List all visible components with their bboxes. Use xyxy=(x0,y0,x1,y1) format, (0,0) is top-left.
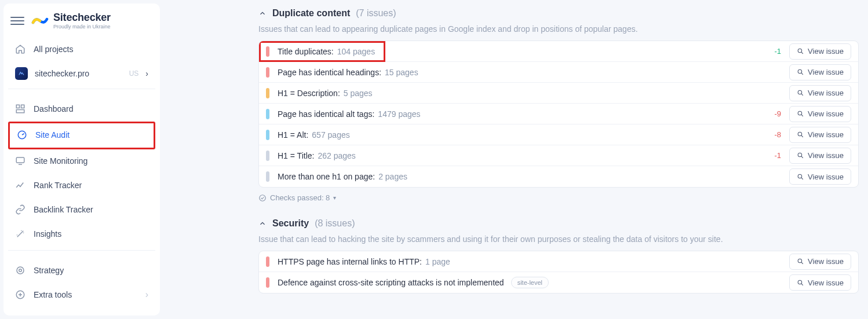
svg-point-6 xyxy=(19,269,22,272)
magic-icon xyxy=(15,229,25,239)
issue-count: 1 page xyxy=(425,257,450,266)
target-icon xyxy=(15,265,25,276)
section-title: Security xyxy=(272,218,309,229)
gauge-icon xyxy=(17,130,27,140)
view-issue-label: View issue xyxy=(808,47,844,56)
sidebar-project[interactable]: sitechecker.pro US › xyxy=(8,62,155,85)
brand-name: Sitechecker xyxy=(53,12,111,24)
section-desc: Issues that can lead to appearing duplic… xyxy=(258,24,859,34)
issue-row[interactable]: Page has identical alt tags: 1479 pages-… xyxy=(259,104,858,124)
sidebar-item-label: Dashboard xyxy=(34,104,148,113)
dashboard-icon xyxy=(15,104,25,114)
sidebar-top: Sitechecker Proudly made in Ukraine xyxy=(3,8,160,33)
view-issue-button[interactable]: View issue xyxy=(789,168,851,185)
severity-pill-icon xyxy=(266,109,269,119)
link-icon xyxy=(15,204,25,215)
svg-point-13 xyxy=(798,153,802,157)
issue-section: Security (8 issues)Issue that can lead t… xyxy=(258,218,859,294)
svg-point-8 xyxy=(798,49,802,53)
project-region-badge: US xyxy=(129,69,139,78)
brand-logo-icon xyxy=(31,14,49,27)
sidebar-item-label: Backlink Tracker xyxy=(34,205,148,214)
issue-count: 657 pages xyxy=(312,130,349,140)
sidebar-item-label: Site Audit xyxy=(35,130,147,140)
issue-section: Duplicate content (7 issues)Issues that … xyxy=(258,8,859,202)
monitor-icon xyxy=(15,156,25,166)
view-issue-button[interactable]: View issue xyxy=(789,43,851,60)
issue-row[interactable]: H1 = Description: 5 pagesView issue xyxy=(259,83,858,104)
view-issue-button[interactable]: View issue xyxy=(789,64,851,80)
brand[interactable]: Sitechecker Proudly made in Ukraine xyxy=(31,12,111,30)
issue-list: HTTPS page has internal links to HTTP: 1… xyxy=(258,251,859,294)
issue-label: Page has identical alt tags: xyxy=(278,109,374,119)
menu-toggle-icon[interactable] xyxy=(10,14,24,28)
sidebar-item-dashboard[interactable]: Dashboard xyxy=(8,97,155,120)
view-issue-button[interactable]: View issue xyxy=(789,148,851,164)
view-issue-button[interactable]: View issue xyxy=(789,106,851,122)
home-icon xyxy=(15,44,25,54)
view-issue-button[interactable]: View issue xyxy=(789,254,851,270)
sidebar-item-insights[interactable]: Insights xyxy=(8,222,155,245)
issue-row[interactable]: H1 = Alt: 657 pages-8View issue xyxy=(259,124,858,145)
section-header[interactable]: Security (8 issues) xyxy=(258,218,859,229)
sidebar-item-strategy[interactable]: Strategy xyxy=(8,259,155,282)
svg-rect-2 xyxy=(16,110,24,113)
issue-label: Title duplicates: xyxy=(278,47,334,56)
issue-count: 2 pages xyxy=(378,172,407,181)
section-header[interactable]: Duplicate content (7 issues) xyxy=(258,8,859,19)
chevron-right-icon: › xyxy=(145,69,148,78)
issue-row[interactable]: Page has identical headings: 15 pagesVie… xyxy=(259,62,858,83)
sidebar-item-site-monitoring[interactable]: Site Monitoring xyxy=(8,149,155,173)
divider xyxy=(8,89,155,89)
view-issue-label: View issue xyxy=(808,109,844,118)
sidebar-item-label: All projects xyxy=(34,45,148,54)
sidebar-item-site-audit[interactable]: Site Audit xyxy=(10,123,154,146)
svg-rect-1 xyxy=(21,105,24,108)
divider xyxy=(8,250,155,251)
project-icon xyxy=(15,67,28,80)
sidebar-item-label: Rank Tracker xyxy=(34,181,148,190)
view-issue-label: View issue xyxy=(808,173,844,181)
issue-label: Defence against cross-site scripting att… xyxy=(278,278,504,287)
section-count: (8 issues) xyxy=(315,218,355,229)
svg-rect-4 xyxy=(16,157,24,163)
brand-sub: Proudly made in Ukraine xyxy=(53,24,111,30)
issue-badge: site-level xyxy=(511,277,549,288)
issue-count: 104 pages xyxy=(337,47,375,56)
svg-point-10 xyxy=(798,90,802,94)
issue-row[interactable]: H1 = Title: 262 pages-1View issue xyxy=(259,145,858,166)
sidebar-all-projects[interactable]: All projects xyxy=(8,38,155,61)
issue-delta: -8 xyxy=(775,130,782,139)
svg-rect-0 xyxy=(16,105,19,108)
sidebar-item-extra-tools[interactable]: Extra tools › xyxy=(8,283,155,306)
issue-label: Page has identical headings: xyxy=(278,68,381,77)
issue-label: H1 = Alt: xyxy=(278,130,308,140)
plus-circle-icon xyxy=(15,289,25,300)
view-issue-button[interactable]: View issue xyxy=(789,127,851,143)
severity-pill-icon xyxy=(266,277,269,288)
severity-pill-icon xyxy=(266,88,269,98)
issue-row[interactable]: More than one h1 on page: 2 pagesView is… xyxy=(259,166,858,187)
svg-point-15 xyxy=(260,195,266,201)
issue-row[interactable]: Defence against cross-site scripting att… xyxy=(259,272,858,293)
sidebar-item-rank-tracker[interactable]: Rank Tracker xyxy=(8,174,155,197)
view-issue-button[interactable]: View issue xyxy=(789,274,851,291)
issue-delta: -9 xyxy=(775,109,782,118)
checks-passed[interactable]: Checks passed: 8 ▾ xyxy=(258,193,859,202)
severity-pill-icon xyxy=(266,256,269,267)
issue-delta: -1 xyxy=(775,151,782,160)
project-name: sitechecker.pro xyxy=(35,69,122,78)
section-desc: Issue that can lead to hacking the site … xyxy=(258,234,859,244)
sidebar-item-backlink-tracker[interactable]: Backlink Tracker xyxy=(8,198,155,221)
view-issue-label: View issue xyxy=(808,257,844,266)
view-issue-label: View issue xyxy=(808,278,844,287)
issue-row[interactable]: Title duplicates: 104 pages-1View issue xyxy=(259,41,858,62)
view-issue-button[interactable]: View issue xyxy=(789,85,851,101)
issue-count: 262 pages xyxy=(318,151,355,160)
sidebar: Sitechecker Proudly made in Ukraine All … xyxy=(3,3,160,316)
issue-row[interactable]: HTTPS page has internal links to HTTP: 1… xyxy=(259,251,858,272)
issue-label: HTTPS page has internal links to HTTP: xyxy=(278,257,422,266)
sidebar-item-label: Insights xyxy=(34,229,148,239)
sidebar-item-label: Extra tools xyxy=(34,290,137,299)
issue-count: 1479 pages xyxy=(378,109,420,119)
